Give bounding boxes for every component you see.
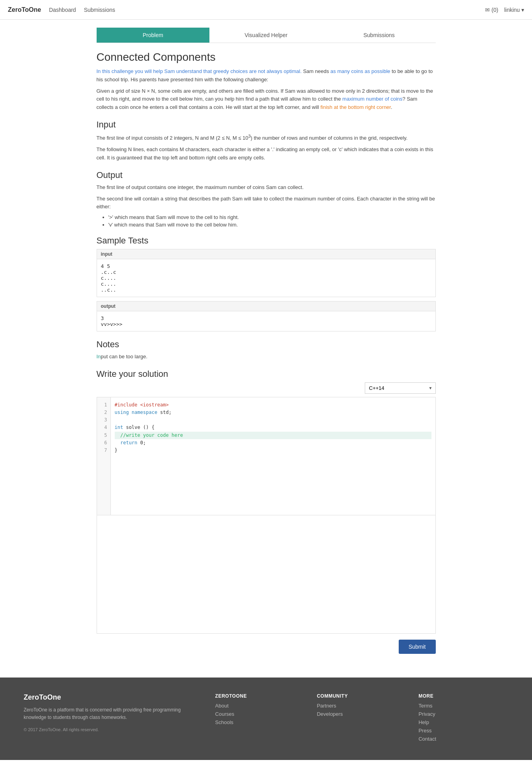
content-wrapper: Problem Visualized Helper Submissions Co… xyxy=(89,20,444,662)
footer-description: ZeroToOne is a platform that is concerne… xyxy=(24,706,203,721)
navbar: ZeroToOne Dashboard Submissions ✉ (0) li… xyxy=(0,0,532,20)
submit-row: Submit xyxy=(97,640,436,654)
sample-input-box: input 4 5 .c..c c.... c.... ..c.. xyxy=(97,249,436,297)
footer-link-terms[interactable]: Terms xyxy=(418,703,508,709)
code-line-3 xyxy=(115,416,431,424)
code-line-5: //write your code here xyxy=(115,432,431,439)
code-line-1: #include <iostream> xyxy=(115,401,431,409)
tab-problem[interactable]: Problem xyxy=(97,28,210,43)
code-line-2: using namespace std; xyxy=(115,409,431,416)
input-sample: 4 5 .c..c c.... c.... ..c.. xyxy=(97,259,435,297)
code-editor[interactable]: 1 2 3 4 5 6 7 #include <iostream> using … xyxy=(97,397,436,515)
sample-tests-title: Sample Tests xyxy=(97,236,436,246)
footer-link-help[interactable]: Help xyxy=(418,719,508,725)
code-content[interactable]: #include <iostream> using namespace std;… xyxy=(111,397,435,515)
navbar-right: ✉ (0) linkinu ▾ xyxy=(485,7,524,13)
footer-col-community: COMMUNITY Partners Developers xyxy=(317,693,407,744)
output-label: output xyxy=(97,301,435,311)
problem-section: Connected Components In this challenge y… xyxy=(97,51,436,654)
output-bullets: '>' which means that Sam will move to th… xyxy=(108,214,436,228)
problem-title: Connected Components xyxy=(97,51,436,64)
notes-text: InInput can be too large.put can be too … xyxy=(97,353,436,361)
output-text2: The second line will contain a string th… xyxy=(97,195,436,211)
language-select-wrapper[interactable]: C++14 C++11 Python 3 Java xyxy=(365,382,436,394)
tabs: Problem Visualized Helper Submissions xyxy=(97,28,436,43)
footer-brand: ZeroToOne xyxy=(24,693,203,702)
footer-link-partners[interactable]: Partners xyxy=(317,703,407,709)
navbar-link-submissions[interactable]: Submissions xyxy=(84,7,115,13)
input-label: input xyxy=(97,249,435,259)
input-title: Input xyxy=(97,120,436,130)
footer-col-more: MORE Terms Privacy Help Press Contact xyxy=(418,693,508,744)
footer-col-title-community: COMMUNITY xyxy=(317,693,407,699)
output-text1: The first line of output contains one in… xyxy=(97,183,436,192)
language-select[interactable]: C++14 C++11 Python 3 Java xyxy=(365,382,436,394)
output-bullet-0: '>' which means that Sam will move to th… xyxy=(108,214,436,220)
output-bullet-1: 'v' which means that Sam will move to th… xyxy=(108,222,436,228)
navbar-link-dashboard[interactable]: Dashboard xyxy=(49,7,76,13)
footer-link-developers[interactable]: Developers xyxy=(317,711,407,717)
footer-grid: ZeroToOne ZeroToOne is a platform that i… xyxy=(24,693,508,744)
submit-button[interactable]: Submit xyxy=(399,640,436,654)
user-menu[interactable]: linkinu ▾ xyxy=(504,7,524,13)
footer-link-privacy[interactable]: Privacy xyxy=(418,711,508,717)
editor-body-space[interactable] xyxy=(97,515,436,634)
line-numbers: 1 2 3 4 5 6 7 xyxy=(97,397,111,515)
footer-link-schools[interactable]: Schools xyxy=(215,719,305,725)
navbar-brand[interactable]: ZeroToOne xyxy=(8,6,41,13)
footer-link-about[interactable]: About xyxy=(215,703,305,709)
tab-submissions[interactable]: Submissions xyxy=(323,28,436,43)
footer-col-title-zerotoone: ZEROTOONE xyxy=(215,693,305,699)
output-title: Output xyxy=(97,170,436,180)
footer-link-contact[interactable]: Contact xyxy=(418,736,508,742)
footer-col-title-more: MORE xyxy=(418,693,508,699)
code-line-7: } xyxy=(115,447,431,454)
navbar-left: ZeroToOne Dashboard Submissions xyxy=(8,6,115,13)
tab-visualized-helper[interactable]: Visualized Helper xyxy=(209,28,323,43)
problem-intro: In this challenge you will help Sam unde… xyxy=(97,67,436,84)
input-text2: The following N lines, each contains M c… xyxy=(97,146,436,162)
problem-description: Given a grid of size N × N, some cells a… xyxy=(97,87,436,112)
footer-copyright: © 2017 ZeroToOne. All rights reserved. xyxy=(24,727,203,732)
editor-header: C++14 C++11 Python 3 Java xyxy=(97,382,436,394)
output-sample: 3 vv>v>>> xyxy=(97,311,435,331)
footer-col-zerotoone: ZEROTOONE About Courses Schools xyxy=(215,693,305,744)
footer-link-courses[interactable]: Courses xyxy=(215,711,305,717)
input-text1: The first line of input consists of 2 in… xyxy=(97,133,436,142)
footer: ZeroToOne ZeroToOne is a platform that i… xyxy=(0,678,532,760)
footer-link-press[interactable]: Press xyxy=(418,728,508,734)
write-solution-title: Write your solution xyxy=(97,369,436,379)
code-line-6: return 0; xyxy=(115,439,431,447)
sample-output-box: output 3 vv>v>>> xyxy=(97,301,436,331)
footer-about: ZeroToOne ZeroToOne is a platform that i… xyxy=(24,693,203,744)
notifications-icon[interactable]: ✉ (0) xyxy=(485,7,498,13)
notes-title: Notes xyxy=(97,339,436,350)
code-line-4: int solve () { xyxy=(115,424,431,431)
